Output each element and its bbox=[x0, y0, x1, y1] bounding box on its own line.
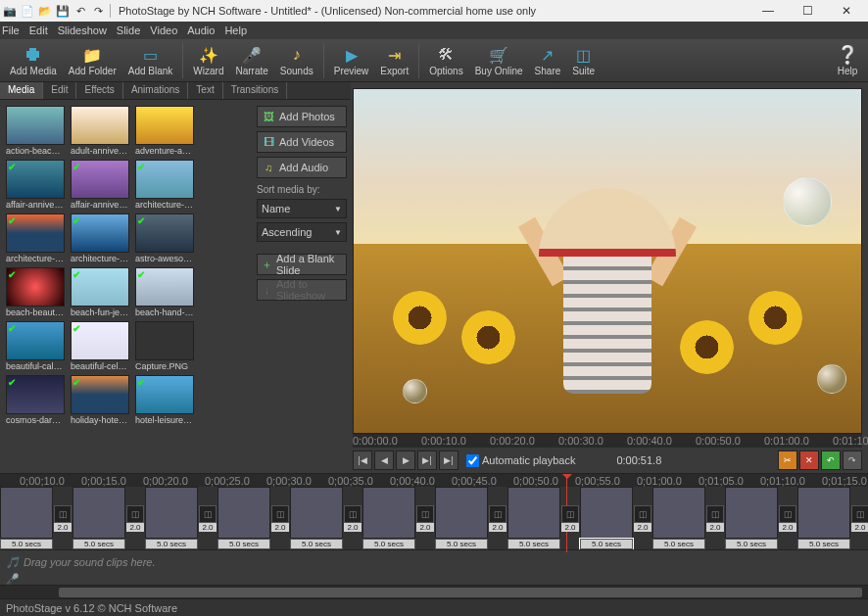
media-thumb[interactable]: ✔affair-anniversary... bbox=[6, 160, 65, 210]
menu-file[interactable]: File bbox=[2, 24, 20, 36]
add-videos-button[interactable]: 🎞Add Videos bbox=[257, 131, 347, 153]
timeline-clip[interactable]: 5.0 secs bbox=[652, 487, 705, 549]
timeline-ruler[interactable]: 0;00;10.00;00;15.00;00;20.00;00;25.00;00… bbox=[0, 473, 868, 487]
cut-button[interactable]: ✂ bbox=[778, 450, 797, 470]
transition[interactable]: ◫2.0 bbox=[488, 500, 507, 536]
buy-online-button[interactable]: 🛒Buy Online bbox=[469, 42, 529, 78]
timeline-clip[interactable]: 5.0 secs bbox=[507, 487, 560, 549]
qat-new-icon[interactable]: 📄 bbox=[20, 3, 35, 19]
go-start-button[interactable]: |◀ bbox=[353, 450, 372, 470]
media-thumb[interactable]: adult-anniversary... bbox=[71, 106, 129, 156]
timeline-clip[interactable]: 5.0 secs bbox=[0, 487, 53, 549]
timeline-clip[interactable]: 5.0 secs bbox=[725, 487, 778, 549]
audio-track[interactable]: 🎵 Drag your sound clips here. bbox=[0, 549, 868, 573]
transition[interactable]: ◫2.0 bbox=[415, 500, 435, 536]
media-thumb[interactable]: ✔architecture-barg... bbox=[6, 213, 65, 263]
timeline-clip[interactable]: 5.0 secs bbox=[290, 487, 343, 549]
add-photos-button[interactable]: 🖼Add Photos bbox=[257, 106, 347, 127]
menu-slideshow[interactable]: Slideshow bbox=[58, 24, 107, 36]
options-button[interactable]: 🛠Options bbox=[423, 42, 468, 78]
transition[interactable]: ◫2.0 bbox=[270, 500, 290, 536]
menu-audio[interactable]: Audio bbox=[187, 24, 215, 36]
add-blank-button[interactable]: ▭Add Blank bbox=[122, 42, 179, 78]
media-thumb[interactable]: ✔architecture-buildi... bbox=[71, 213, 129, 263]
delete-button[interactable]: ✕ bbox=[799, 450, 819, 470]
undo-button[interactable]: ↶ bbox=[821, 450, 841, 470]
qat-save-icon[interactable]: 💾 bbox=[55, 3, 71, 19]
timeline-clip[interactable]: 5.0 secs bbox=[72, 487, 125, 549]
tab-edit[interactable]: Edit bbox=[43, 82, 76, 99]
media-thumb[interactable]: ✔holiday-hotel-las-v... bbox=[71, 375, 129, 425]
auto-playback-checkbox[interactable]: Automatic playback bbox=[466, 454, 575, 467]
add-folder-button[interactable]: 📁Add Folder bbox=[63, 42, 122, 78]
transition[interactable]: ◫2.0 bbox=[198, 500, 217, 536]
transition[interactable]: ◫2.0 bbox=[125, 500, 145, 536]
media-thumb[interactable]: adventure-art-ball... bbox=[135, 106, 194, 156]
preview-button[interactable]: ▶Preview bbox=[328, 42, 375, 78]
tab-text[interactable]: Text bbox=[188, 82, 222, 99]
timeline-clip[interactable]: 5.0 secs bbox=[217, 487, 270, 549]
preview-time-ruler[interactable]: 0:00:00.00:00:10.00:00:20.00:00:30.00:00… bbox=[353, 434, 862, 448]
media-thumb[interactable]: action-beach-care... bbox=[6, 106, 65, 156]
close-button[interactable]: ✕ bbox=[827, 0, 866, 22]
sounds-button[interactable]: ♪Sounds bbox=[274, 42, 319, 78]
narrate-button[interactable]: 🎤Narrate bbox=[229, 42, 273, 78]
timeline-clip[interactable]: 5.0 secs bbox=[145, 487, 198, 549]
media-thumb[interactable]: ✔architecture-ballo... bbox=[135, 160, 194, 210]
media-thumb[interactable]: ✔beach-hand-ice-cr... bbox=[135, 267, 194, 317]
qat-open-icon[interactable]: 📂 bbox=[37, 3, 53, 19]
media-thumbnails[interactable]: action-beach-care...adult-anniversary...… bbox=[0, 100, 253, 473]
transition[interactable]: ◫2.0 bbox=[850, 500, 868, 536]
minimize-button[interactable]: — bbox=[748, 0, 788, 22]
menu-help[interactable]: Help bbox=[224, 24, 247, 36]
prev-button[interactable]: ◀ bbox=[374, 450, 394, 470]
help-button[interactable]: ❔Help bbox=[831, 42, 864, 78]
media-thumb[interactable]: ✔beautiful-calm-clo... bbox=[6, 321, 65, 371]
transition[interactable]: ◫2.0 bbox=[343, 500, 362, 536]
tab-effects[interactable]: Effects bbox=[76, 82, 122, 99]
play-button[interactable]: ▶ bbox=[396, 450, 415, 470]
menu-video[interactable]: Video bbox=[150, 24, 177, 36]
qat-icon-1[interactable]: 📷 bbox=[2, 3, 18, 19]
timeline-clip[interactable]: 5.0 secs bbox=[797, 487, 850, 549]
menu-slide[interactable]: Slide bbox=[117, 24, 140, 36]
tab-transitions[interactable]: Transitions bbox=[223, 82, 288, 99]
sort-field-select[interactable]: Name▼ bbox=[257, 199, 347, 218]
media-thumb[interactable]: ✔beach-beautiful-bi... bbox=[6, 267, 65, 317]
next-button[interactable]: ▶| bbox=[417, 450, 437, 470]
wizard-button[interactable]: ✨Wizard bbox=[187, 42, 229, 78]
add-media-button[interactable]: 🞧Add Media bbox=[4, 42, 63, 78]
tab-animations[interactable]: Animations bbox=[123, 82, 188, 99]
media-thumb[interactable]: ✔astro-awesome-bl... bbox=[135, 213, 194, 263]
share-button[interactable]: ↗Share bbox=[529, 42, 567, 78]
transition[interactable]: ◫2.0 bbox=[633, 500, 652, 536]
menu-edit[interactable]: Edit bbox=[29, 24, 48, 36]
qat-redo-icon[interactable]: ↷ bbox=[90, 3, 106, 19]
suite-button[interactable]: ◫Suite bbox=[566, 42, 601, 78]
sort-order-select[interactable]: Ascending▼ bbox=[257, 222, 347, 242]
media-thumb[interactable]: ✔hotel-leisure-palm-... bbox=[135, 375, 194, 425]
timeline-clip[interactable]: 5.0 secs bbox=[435, 487, 488, 549]
media-thumb[interactable]: ✔beautiful-celebrati... bbox=[71, 321, 129, 371]
media-thumb[interactable]: ✔affair-anniversary-... bbox=[71, 160, 129, 210]
export-button[interactable]: ⇥Export bbox=[374, 42, 414, 78]
qat-undo-icon[interactable]: ↶ bbox=[72, 3, 88, 19]
timeline-clip[interactable]: 5.0 secs bbox=[362, 487, 415, 549]
redo-button[interactable]: ↷ bbox=[843, 450, 862, 470]
go-end-button[interactable]: ▶| bbox=[439, 450, 458, 470]
timeline-scrollbar[interactable] bbox=[0, 585, 868, 598]
transition[interactable]: ◫2.0 bbox=[705, 500, 725, 536]
tab-media[interactable]: Media bbox=[0, 82, 43, 99]
media-thumb[interactable]: ✔cosmos-dark-eveni... bbox=[6, 375, 65, 425]
media-thumb[interactable]: Capture.PNG bbox=[135, 321, 194, 371]
transition[interactable]: ◫2.0 bbox=[778, 500, 797, 536]
transition[interactable]: ◫2.0 bbox=[560, 500, 580, 536]
timeline-clip[interactable]: 5.0 secs bbox=[580, 487, 633, 549]
timeline-track[interactable]: 5.0 secs◫2.05.0 secs◫2.05.0 secs◫2.05.0 … bbox=[0, 487, 868, 549]
add-audio-button[interactable]: ♫Add Audio bbox=[257, 157, 347, 178]
add-to-slideshow-button[interactable]: ↓Add to Slideshow bbox=[257, 279, 347, 301]
add-blank-slide-button[interactable]: ＋Add a Blank Slide bbox=[257, 254, 347, 275]
maximize-button[interactable]: ☐ bbox=[788, 0, 827, 22]
media-thumb[interactable]: ✔beach-fun-jet-ski-... bbox=[71, 267, 129, 317]
transition[interactable]: ◫2.0 bbox=[53, 500, 72, 536]
